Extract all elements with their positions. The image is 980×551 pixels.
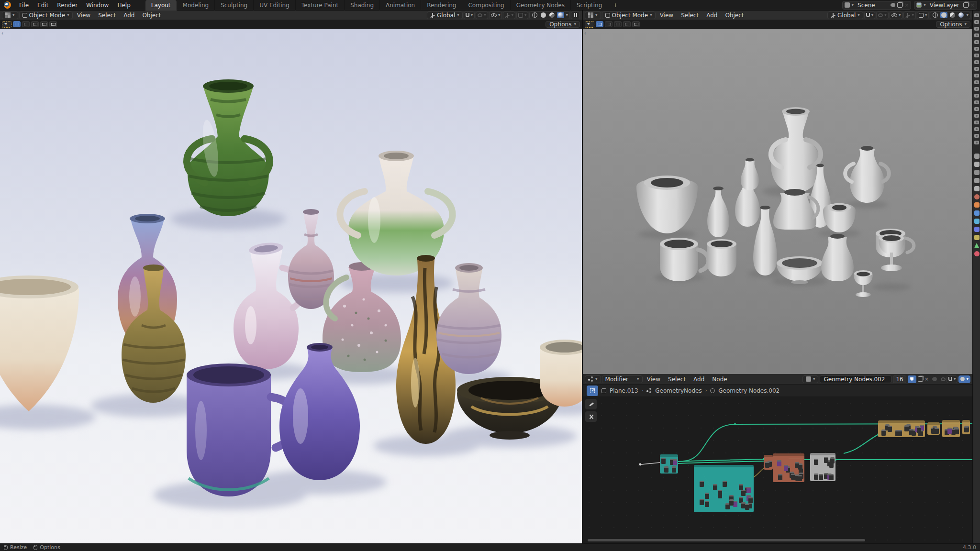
node-block[interactable] <box>664 466 668 473</box>
node-block[interactable] <box>888 426 892 432</box>
mode-dropdown[interactable]: Object Mode▾ <box>19 11 73 19</box>
node-block[interactable] <box>700 499 704 505</box>
fake-user-shield-button[interactable] <box>908 375 916 383</box>
menu-object[interactable]: Object <box>139 12 164 19</box>
tab-compositing[interactable]: Compositing <box>462 0 510 11</box>
menu-window[interactable]: Window <box>82 2 113 9</box>
outliner-item-icon[interactable] <box>974 54 979 57</box>
node-block[interactable] <box>824 457 828 463</box>
breadcrumb-object[interactable]: Plane.013 <box>610 387 638 394</box>
proportional-edit-icon[interactable] <box>941 377 946 381</box>
shading-rendered-button[interactable] <box>958 12 965 18</box>
frame-tan-small-1[interactable] <box>927 422 940 435</box>
shading-wireframe-button[interactable] <box>531 12 538 18</box>
properties-tab-constraints-icon[interactable] <box>974 235 980 240</box>
outliner-item-icon[interactable] <box>974 40 979 44</box>
tab-texture-paint[interactable]: Texture Paint <box>296 0 345 11</box>
node-block[interactable] <box>729 499 734 506</box>
outliner-item-icon[interactable] <box>974 127 979 131</box>
outliner-item-icon[interactable] <box>974 47 979 51</box>
node-block[interactable] <box>672 466 676 473</box>
select-mode-extend[interactable] <box>22 21 30 27</box>
select-mode-intersect[interactable] <box>632 21 640 27</box>
snapping-group[interactable]: ▾ <box>864 11 876 19</box>
properties-tab-particles-icon[interactable] <box>974 219 980 224</box>
menu-view[interactable]: View <box>74 12 94 19</box>
node-block[interactable] <box>705 501 709 507</box>
menu-select[interactable]: Select <box>95 12 119 19</box>
clay-cup[interactable] <box>707 239 736 276</box>
rendered-viewport-canvas[interactable]: ‹ <box>0 29 582 543</box>
node-tree-browse-button[interactable]: ▾ <box>802 375 819 383</box>
gizmo-group[interactable]: ▾ <box>903 11 916 19</box>
editor-type-button[interactable]: ▾ <box>2 11 18 19</box>
menu-node[interactable]: Node <box>709 376 730 383</box>
outliner-item-icon[interactable] <box>974 100 979 104</box>
gizmo-group[interactable]: ▾ <box>503 11 515 19</box>
menu-select[interactable]: Select <box>665 376 689 383</box>
node-block[interactable] <box>745 504 749 510</box>
outliner-item-icon[interactable] <box>974 74 979 77</box>
shading-wireframe-button[interactable] <box>932 12 939 18</box>
overlays-group[interactable]: ▾ <box>516 11 529 19</box>
mode-dropdown[interactable]: Object Mode▾ <box>602 11 656 19</box>
tab-geometry-nodes[interactable]: Geometry Nodes <box>511 0 571 11</box>
tab-scripting[interactable]: Scripting <box>571 0 608 11</box>
properties-tab-output-icon[interactable] <box>974 170 980 175</box>
proportional-edit-group[interactable]: ▾ <box>476 11 488 19</box>
properties-tab-render-icon[interactable] <box>974 162 980 167</box>
menu-help[interactable]: Help <box>113 2 134 9</box>
toolbar-expand-icon[interactable]: ‹ <box>1 31 3 36</box>
render-pause-button[interactable] <box>571 11 580 19</box>
select-mode-intersect[interactable] <box>49 21 57 27</box>
node-block[interactable] <box>829 474 834 480</box>
node-block[interactable] <box>791 474 795 480</box>
tool-options-dropdown[interactable]: Options▾ <box>936 21 970 28</box>
copy-icon[interactable] <box>897 2 902 8</box>
properties-tab-object-data-icon[interactable] <box>974 243 980 248</box>
breadcrumb-modifier[interactable]: GeometryNodes <box>655 387 702 394</box>
properties-tab-material-icon[interactable] <box>974 251 980 256</box>
shading-options-chevron[interactable]: ▾ <box>966 13 969 17</box>
copy-icon[interactable] <box>963 2 969 8</box>
vase-cream-cup[interactable] <box>540 340 582 407</box>
node-block[interactable] <box>904 425 909 431</box>
annotate-tool-button[interactable] <box>585 399 597 409</box>
frame-red-small[interactable] <box>764 455 773 470</box>
frame-tan-sliver[interactable] <box>962 420 970 434</box>
node-block[interactable] <box>881 430 886 436</box>
properties-tab-scene-icon[interactable] <box>974 186 980 191</box>
tab-sculpting[interactable]: Sculpting <box>215 0 254 11</box>
unlink-icon[interactable]: × <box>924 376 929 382</box>
outliner-item-icon[interactable] <box>974 87 979 91</box>
tab-layout[interactable]: Layout <box>145 0 177 11</box>
node-block[interactable] <box>700 481 704 487</box>
node-block[interactable] <box>739 484 743 490</box>
node-context-dropdown[interactable]: Modifier▾ <box>602 375 643 383</box>
node-block[interactable] <box>705 493 709 499</box>
menu-render[interactable]: Render <box>53 2 82 9</box>
scene-name[interactable]: Scene <box>856 2 889 9</box>
properties-tab-object-icon[interactable] <box>974 202 980 208</box>
select-mode-extend[interactable] <box>605 21 612 27</box>
overlays-toggle[interactable]: ▾ <box>958 375 970 383</box>
node-block[interactable] <box>814 459 818 465</box>
outliner-item-icon[interactable] <box>974 134 979 138</box>
shading-rendered-button[interactable] <box>557 12 564 18</box>
outliner-item-icon[interactable] <box>974 141 979 144</box>
node-block[interactable] <box>777 460 781 466</box>
node-block[interactable] <box>778 474 782 480</box>
node-block[interactable] <box>748 497 753 503</box>
menu-add[interactable]: Add <box>690 376 708 383</box>
node-block[interactable] <box>746 487 751 493</box>
outliner-item-icon[interactable] <box>974 114 979 118</box>
node-block[interactable] <box>673 459 677 465</box>
node-block[interactable] <box>718 490 722 496</box>
properties-tab-modifiers-icon[interactable] <box>974 210 980 216</box>
select-mode-set[interactable] <box>13 21 21 27</box>
properties-tab-physics-icon[interactable] <box>974 227 980 232</box>
node-block[interactable] <box>909 429 913 435</box>
outliner-item-icon[interactable] <box>974 94 979 98</box>
menu-edit[interactable]: Edit <box>33 2 53 9</box>
overlays-group[interactable]: ▾ <box>917 11 929 19</box>
